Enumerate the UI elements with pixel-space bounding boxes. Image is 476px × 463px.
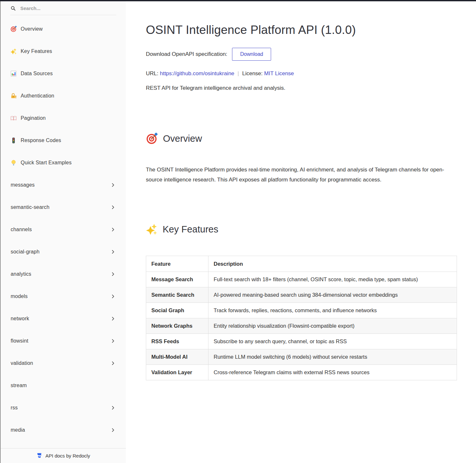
traffic-light-icon	[10, 137, 17, 144]
chevron-right-icon	[110, 249, 116, 254]
key-features-heading: Key Features	[146, 223, 458, 235]
key-features-section: Key Features Feature Description Message…	[146, 223, 458, 380]
description-cell: AI-powered meaning-based search using 38…	[208, 287, 457, 303]
top-edge-bar	[0, 0, 476, 1]
sidebar-item-data-sources[interactable]: Data Sources	[1, 62, 126, 85]
table-row: RSS Feeds Subscribe to any search query,…	[146, 334, 457, 349]
redocly-footer-label: API docs by Redocly	[46, 453, 90, 458]
sidebar-item-pagination[interactable]: Pagination	[1, 107, 126, 129]
api-description: REST API for Telegram intelligence archi…	[146, 85, 458, 91]
sidebar-item-analytics[interactable]: analytics	[1, 263, 126, 285]
sparkles-icon	[10, 48, 17, 55]
sidebar-item-label: channels	[11, 227, 32, 232]
chevron-right-icon	[110, 182, 116, 188]
target-icon	[10, 26, 17, 32]
sidebar-item-label: semantic-search	[11, 204, 49, 210]
feature-cell: Semantic Search	[146, 287, 208, 303]
sidebar-item-rss[interactable]: rss	[1, 396, 126, 419]
overview-section: Overview The OSINT Intelligence Platform…	[146, 133, 458, 185]
chevron-right-icon	[110, 361, 116, 366]
search-input[interactable]	[20, 5, 116, 11]
sidebar-item-label: Data Sources	[21, 71, 53, 77]
sidebar-item-media[interactable]: media	[1, 419, 126, 441]
search-bar[interactable]	[10, 1, 116, 15]
feature-cell: Validation Layer	[146, 365, 208, 380]
open-book-icon	[10, 115, 17, 121]
sidebar-item-models[interactable]: models	[1, 285, 126, 307]
sidebar-item-stream[interactable]: stream	[1, 374, 126, 396]
license-link[interactable]: MIT License	[264, 70, 294, 77]
sidebar-item-validation[interactable]: validation	[1, 352, 126, 374]
sidebar-item-label: Response Codes	[21, 138, 61, 143]
sidebar-item-label: social-graph	[11, 249, 40, 255]
sidebar-item-flowsint[interactable]: flowsint	[1, 330, 126, 352]
description-cell: Subscribe to any search query, channel, …	[208, 334, 457, 349]
column-header-feature: Feature	[146, 256, 208, 272]
sidebar-item-response-codes[interactable]: Response Codes	[1, 129, 126, 151]
sidebar-item-network[interactable]: network	[1, 307, 126, 330]
chevron-right-icon	[110, 272, 116, 277]
chevron-right-icon	[110, 405, 116, 410]
redocly-logo-icon	[36, 453, 43, 459]
description-cell: Runtime LLM model switching (6 models) w…	[208, 349, 457, 365]
sidebar-item-messages[interactable]: messages	[1, 174, 126, 196]
light-bulb-icon	[10, 159, 17, 166]
chevron-right-icon	[110, 338, 116, 344]
chevron-right-icon	[110, 294, 116, 299]
feature-cell: Network Graphs	[146, 318, 208, 334]
main-content: OSINT Intelligence Platform API (1.0.0) …	[126, 1, 476, 463]
bar-chart-icon	[10, 70, 17, 77]
sidebar-item-label: stream	[11, 383, 27, 388]
lock-icon	[10, 93, 17, 99]
separator: |	[238, 70, 239, 77]
sparkles-icon	[146, 223, 157, 235]
sidebar-item-social-graph[interactable]: social-graph	[1, 241, 126, 263]
table-row: Multi-Model AI Runtime LLM model switchi…	[146, 349, 457, 365]
chevron-right-icon	[110, 205, 116, 210]
page-title: OSINT Intelligence Platform API (1.0.0)	[146, 23, 458, 37]
sidebar-item-quick-start[interactable]: Quick Start Examples	[1, 151, 126, 174]
table-row: Social Graph Track forwards, replies, re…	[146, 303, 457, 318]
sidebar-item-key-features[interactable]: Key Features	[1, 40, 126, 62]
chevron-right-icon	[110, 316, 116, 321]
sidebar-item-overview[interactable]: Overview	[1, 18, 126, 40]
sidebar-item-label: models	[11, 293, 28, 299]
download-label: Download OpenAPI specification:	[146, 51, 227, 57]
url-link[interactable]: https://github.com/osintukraine	[160, 70, 234, 77]
chevron-right-icon	[110, 427, 116, 433]
table-row: Validation Layer Cross-reference Telegra…	[146, 365, 457, 380]
overview-heading-text: Overview	[163, 133, 202, 144]
column-header-description: Description	[208, 256, 457, 272]
table-row: Network Graphs Entity relationship visua…	[146, 318, 457, 334]
overview-heading: Overview	[146, 133, 458, 145]
sidebar-item-label: validation	[11, 360, 33, 366]
download-row: Download OpenAPI specification: Download	[146, 48, 458, 61]
sidebar-item-channels[interactable]: channels	[1, 218, 126, 241]
sidebar-item-authentication[interactable]: Authentication	[1, 85, 126, 107]
description-cell: Track forwards, replies, reactions, comm…	[208, 303, 457, 318]
table-header-row: Feature Description	[146, 256, 457, 272]
feature-cell: Social Graph	[146, 303, 208, 318]
table-row: Message Search Full-text search with 18+…	[146, 272, 457, 287]
license-label: License:	[242, 70, 262, 77]
sidebar-item-label: analytics	[11, 271, 31, 277]
sidebar: Overview Key Features Data Sources Authe…	[0, 1, 126, 463]
sidebar-item-label: flowsint	[11, 338, 28, 344]
redocly-footer-link[interactable]: API docs by Redocly	[1, 448, 126, 463]
chevron-right-icon	[110, 227, 116, 232]
key-features-heading-text: Key Features	[163, 224, 218, 235]
url-license-row: URL: https://github.com/osintukraine|Lic…	[146, 70, 458, 77]
description-cell: Cross-reference Telegram claims with ext…	[208, 365, 457, 380]
overview-body: The OSINT Intelligence Platform provides…	[146, 165, 458, 185]
feature-cell: RSS Feeds	[146, 334, 208, 349]
sidebar-menu: Overview Key Features Data Sources Authe…	[1, 15, 126, 441]
sidebar-item-label: Pagination	[21, 115, 46, 121]
sidebar-item-label: rss	[11, 405, 18, 411]
table-row: Semantic Search AI-powered meaning-based…	[146, 287, 457, 303]
sidebar-item-semantic-search[interactable]: semantic-search	[1, 196, 126, 218]
feature-cell: Message Search	[146, 272, 208, 287]
download-button[interactable]: Download	[232, 48, 271, 61]
page: Overview Key Features Data Sources Authe…	[0, 0, 476, 463]
description-cell: Full-text search with 18+ filters (chann…	[208, 272, 457, 287]
feature-cell: Multi-Model AI	[146, 349, 208, 365]
